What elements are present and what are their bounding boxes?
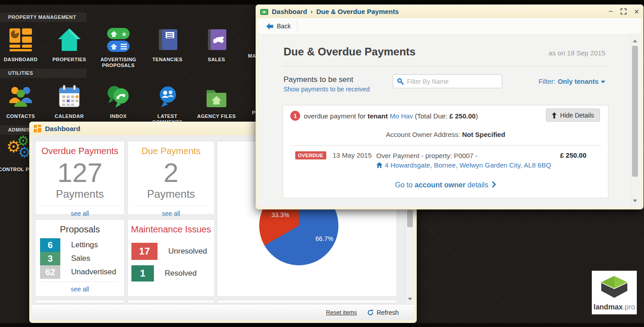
reset-items-link[interactable]: Reset items [326, 309, 357, 316]
close-button[interactable]: × [634, 7, 639, 16]
payments-window-icon [260, 8, 268, 15]
landmax-box-icon [600, 274, 628, 300]
maintenance-issues-card: Maintenance Issues 17 Unresolved 1 Resol… [127, 219, 215, 297]
desktop-icon-label: ADVERTISING PROPOSALS [94, 57, 143, 68]
desktop-icon-label: INBOX [94, 114, 143, 119]
desktop-icon-calendar[interactable]: CALENDAR [45, 84, 94, 119]
pie-slice-label: 33.3% [271, 211, 289, 218]
maintenance-row-unresolved: 17 Unresolved [128, 243, 214, 260]
tenant-name-link[interactable]: Mo Hav [390, 112, 413, 120]
search-input[interactable] [407, 78, 498, 85]
divider [42, 282, 118, 282]
chevron-down-icon [601, 81, 605, 83]
chevron-right-icon [492, 182, 496, 187]
desktop-icon-label: PROPERTIES [45, 57, 94, 63]
show-payments-received-link[interactable]: Show payments to be received [284, 86, 369, 93]
filter-label: Filter: [539, 77, 556, 85]
desktop-icon-label: CONTACTS [0, 114, 45, 119]
overdue-status-badge: OVERDUE [295, 151, 326, 159]
scroll-down-arrow-icon[interactable] [633, 200, 637, 202]
proposals-row-sales: 3 Sales [36, 252, 124, 265]
unadvertised-count-badge: 62 [40, 265, 60, 279]
overdue-payments-count: 127 [36, 159, 124, 187]
desktop-icon-sales[interactable]: SALES [192, 27, 241, 63]
hide-details-button[interactable]: Hide Details [546, 109, 600, 122]
filter-dropdown[interactable]: Filter: Only tenants [539, 77, 605, 85]
toolbar-separator [297, 21, 297, 31]
unresolved-count-badge: 17 [131, 243, 158, 260]
sales-handshake-icon [204, 27, 229, 52]
refresh-label: Refresh [377, 309, 399, 316]
desktop-icon-advertising-proposals[interactable]: ★ ADVERTISING PROPOSALS [94, 27, 143, 68]
tenant-payment-card: 1 overdue payment for tenant Mo Hav (Tot… [283, 105, 608, 198]
unadvertised-label: Unadvertised [71, 268, 116, 277]
landmax-logo: landmax.pro [592, 271, 637, 314]
as-on-date: as on 18 Sep 2015 [549, 49, 605, 57]
dashboard-window-title: Dashboard [45, 125, 80, 132]
bottom-strip [0, 323, 644, 327]
property-address-link[interactable]: 4 Howardsgate, Bornee, Welwyn Garden Cit… [376, 161, 551, 169]
payments-toolbar: Back [258, 18, 641, 35]
dashboard-scrollbar-thumb[interactable] [407, 210, 413, 227]
partial-card [35, 300, 125, 303]
divider [42, 206, 118, 206]
summary-text: overdue payment for tenant Mo Hav (Total… [304, 112, 478, 120]
pie-slice-label: 66.7% [315, 235, 333, 242]
minimize-button[interactable]: − [608, 8, 613, 15]
proposals-title: Proposals [36, 220, 124, 235]
lettings-label: Lettings [71, 241, 98, 250]
back-button[interactable]: Back [266, 23, 291, 30]
calendar-icon [57, 84, 82, 109]
proposals-card: Proposals 6 Lettings 3 Sales 62 Unadvert… [35, 219, 125, 297]
scroll-down-arrow-icon[interactable] [408, 298, 412, 300]
proposals-see-all-link[interactable]: see all [36, 286, 124, 293]
filter-by-name-searchbox[interactable] [393, 74, 502, 88]
breadcrumb-current: Due & Overdue Payments [316, 8, 399, 15]
payments-scrollbar[interactable] [630, 37, 639, 205]
desktop-icon-label: TENANCIES [143, 57, 192, 63]
breadcrumb-root[interactable]: Dashboard [272, 8, 307, 15]
refresh-button[interactable]: Refresh [367, 309, 399, 316]
due-payments-title: Due Payments [128, 141, 214, 156]
resolved-label: Resolved [165, 269, 197, 278]
section-label-utilities: UTILITIES [8, 70, 33, 76]
due-see-all-link[interactable]: see all [128, 210, 214, 217]
overdue-count-badge: 1 [290, 111, 300, 121]
due-payments-count: 2 [128, 159, 214, 187]
divider [290, 145, 601, 145]
desktop-icon-contacts[interactable]: CONTACTS [0, 84, 45, 119]
page-title: Due & Overdue Payments [284, 45, 415, 58]
desktop-icon-dashboard[interactable]: DASHBOARD [0, 27, 45, 63]
dashboard-window-icon [34, 125, 41, 132]
payments-window: Dashboard › Due & Overdue Payments − × B… [256, 5, 644, 209]
goto-account-owner-link[interactable]: Go to account owner details [283, 181, 608, 189]
latest-comments-bubble-icon [155, 84, 180, 109]
landmax-logo-text: landmax.pro [592, 303, 637, 311]
payments-to-be-sent-label: Payments to be sent [284, 75, 353, 84]
advertising-proposals-icon: ★ [106, 27, 131, 52]
maximize-icon[interactable] [620, 8, 627, 15]
desktop-icon-agency-files[interactable]: AGENCY FILES [192, 84, 241, 119]
desktop-icon-tenancies[interactable]: TENANCIES [143, 27, 192, 63]
overdue-see-all-link[interactable]: see all [36, 210, 124, 217]
svg-text:★: ★ [121, 30, 127, 38]
scroll-up-arrow-icon[interactable] [633, 40, 637, 42]
section-label-property-management: PROPERTY MANAGEMENT [8, 14, 76, 20]
search-icon [397, 77, 404, 85]
payments-scrollbar-thumb[interactable] [632, 46, 638, 177]
payment-date: 13 May 2015 [333, 151, 372, 159]
payment-description: Over Payment - property: P0007 - 4 Howar… [376, 151, 551, 169]
payments-body: Due & Overdue Payments as on 18 Sep 2015… [258, 35, 641, 207]
payments-window-titlebar[interactable]: Dashboard › Due & Overdue Payments − × [256, 5, 644, 18]
partial-card [127, 300, 215, 303]
proposals-row-lettings: 6 Lettings [36, 238, 124, 252]
hide-details-label: Hide Details [560, 112, 594, 119]
desktop-icon-properties[interactable]: PROPERTIES [45, 27, 94, 63]
desktop-icon-inbox[interactable]: INBOX [94, 84, 143, 119]
filter-value: Only tenants [558, 77, 599, 85]
partial-card [217, 300, 397, 303]
dashboard-icon [8, 27, 33, 52]
desktop-icon-latest-comments[interactable]: LATEST COMMENTS [143, 84, 192, 125]
house-icon [376, 162, 383, 168]
due-payments-card: Due Payments 2 Payments see all [127, 141, 215, 215]
